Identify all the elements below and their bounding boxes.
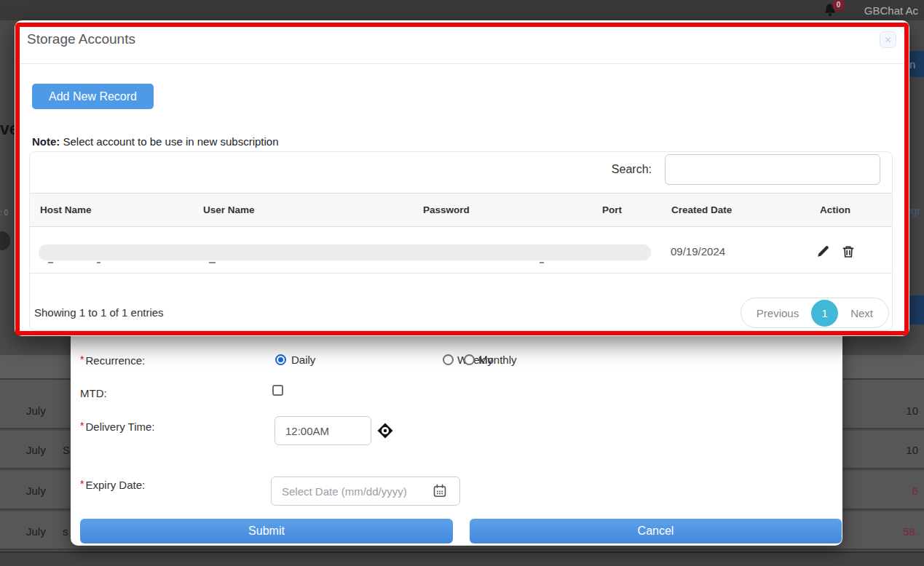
entries-summary: Showing 1 to 1 of 1 entries xyxy=(34,306,164,319)
cell-qa-score: 10 xyxy=(906,444,918,456)
note-label: Note: xyxy=(32,135,60,148)
table-header-row: Host Name User Name Password Port Create… xyxy=(30,193,892,227)
background-button-fragment: n xyxy=(907,51,924,77)
cancel-button[interactable]: Cancel xyxy=(470,519,842,543)
pagination-previous[interactable]: Previous xyxy=(744,307,811,319)
note-text: Note: Select account to be use in new su… xyxy=(32,135,279,148)
recurrence-label: *Recurrence: xyxy=(80,354,145,367)
radio-daily-label[interactable]: Daily xyxy=(291,354,315,366)
mtd-checkbox[interactable] xyxy=(272,385,283,396)
radio-monthly[interactable] xyxy=(464,354,475,365)
radio-monthly-label[interactable]: Monthly xyxy=(478,354,517,366)
brand-text: GBChat Ac xyxy=(864,4,918,17)
column-header-created-date[interactable]: Created Date xyxy=(671,204,732,215)
pagination: Previous 1 Next xyxy=(741,298,889,328)
mtd-label: MTD: xyxy=(80,387,107,399)
delivery-time-input[interactable] xyxy=(275,416,371,445)
notification-badge: 0 xyxy=(832,0,845,11)
required-asterisk: * xyxy=(80,478,84,490)
divider xyxy=(15,63,909,64)
redacted-text-mark xyxy=(209,262,216,263)
edit-icon[interactable] xyxy=(816,245,829,258)
cell-month: July xyxy=(26,404,46,417)
delivery-time-label: *Delivery Time: xyxy=(80,420,154,433)
expiry-date-label: *Expiry Date: xyxy=(80,478,145,491)
modal-title: Storage Accounts xyxy=(27,31,135,47)
redacted-credentials-bar xyxy=(39,244,651,260)
column-header-port[interactable]: Port xyxy=(602,204,622,215)
storage-table-card: Search: Host Name User Name Password Por… xyxy=(29,151,893,331)
submit-button[interactable]: Submit xyxy=(80,519,453,543)
column-header-user-name[interactable]: User Name xyxy=(203,204,255,215)
table-row[interactable]: 09/19/2024 xyxy=(30,227,892,274)
cell-fragment: s xyxy=(63,525,68,538)
cell-created-date: 09/19/2024 xyxy=(671,245,725,258)
close-icon[interactable]: ✕ xyxy=(880,31,896,48)
delete-icon[interactable] xyxy=(842,245,855,258)
cell-qa-score: 6 xyxy=(912,485,918,497)
redacted-text-mark xyxy=(97,262,100,263)
cell-month: July xyxy=(26,525,46,538)
screen: 0 GBChat Ac ve : 0 n ogr Month QA Scores… xyxy=(0,0,924,566)
background-footer-strip xyxy=(0,551,924,566)
storage-accounts-modal: Storage Accounts ✕ Add New Record Note: … xyxy=(15,20,909,336)
top-bar: 0 GBChat Ac xyxy=(0,0,924,20)
pagination-page-1[interactable]: 1 xyxy=(811,300,838,327)
redacted-text-mark xyxy=(48,262,53,263)
required-asterisk: * xyxy=(80,420,84,431)
redacted-text-mark xyxy=(540,262,544,263)
time-picker-icon[interactable] xyxy=(377,423,393,439)
expiry-date-input[interactable] xyxy=(271,477,460,506)
required-asterisk: * xyxy=(80,354,84,365)
search-label: Search: xyxy=(612,163,652,176)
radio-weekly[interactable] xyxy=(443,354,454,365)
pagination-next[interactable]: Next xyxy=(838,307,885,319)
cell-month: July xyxy=(26,485,46,497)
search-input[interactable] xyxy=(665,154,880,185)
cell-qa-score: 58. xyxy=(903,525,918,538)
cell-qa-score: 10 xyxy=(906,404,918,417)
calendar-icon[interactable] xyxy=(433,484,447,498)
cell-month: July xyxy=(26,444,46,456)
background-text-fragment: : 0 xyxy=(0,209,8,217)
radio-daily[interactable] xyxy=(275,354,286,365)
add-new-record-button[interactable]: Add New Record xyxy=(32,84,154,109)
background-avatar-fragment xyxy=(0,231,10,250)
column-header-host-name[interactable]: Host Name xyxy=(40,204,92,215)
column-header-password[interactable]: Password xyxy=(423,204,470,215)
column-header-action[interactable]: Action xyxy=(820,204,850,215)
subscription-form-panel: *Recurrence: Daily Weekly Monthly MTD: *… xyxy=(71,320,842,546)
cell-fragment: S xyxy=(63,444,70,456)
